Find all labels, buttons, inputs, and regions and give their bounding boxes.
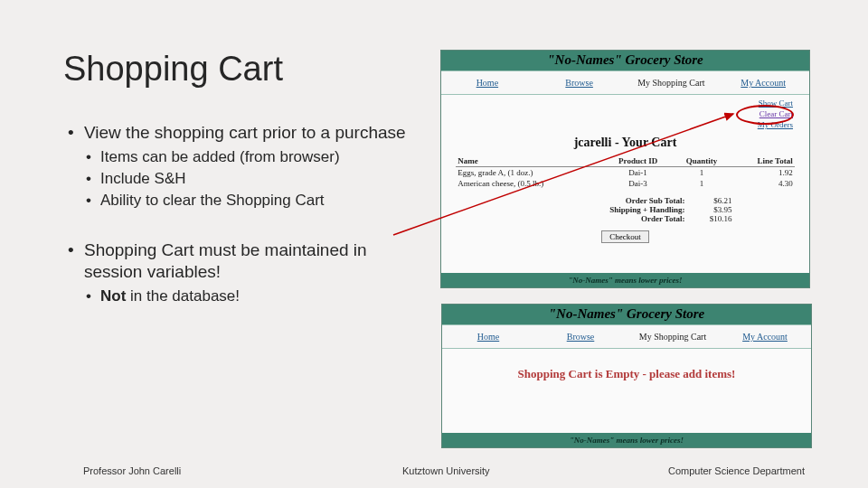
link-my-orders[interactable]: My Orders (458, 119, 793, 130)
col-pid: Product ID (603, 155, 673, 167)
link-show-cart[interactable]: Show Cart (458, 98, 793, 108)
table-header-row: Name Product ID Quantity Line Total (456, 155, 794, 167)
shipping-label: Shipping + Handling: (518, 205, 692, 214)
nav-cart[interactable]: My Shopping Cart (627, 325, 719, 348)
cart-table: Name Product ID Quantity Line Total Eggs… (456, 155, 794, 189)
screenshot-cart-full: "No-Names" Grocery Store Home Browse My … (440, 50, 810, 288)
subtotal-label: Order Sub Total: (518, 196, 692, 205)
cart-sublinks: Show Cart Clear Cart My Orders (441, 95, 809, 132)
nav-bar: Home Browse My Shopping Cart My Account (441, 70, 809, 95)
col-qty: Quantity (673, 155, 730, 167)
table-row: American cheese, (0.5 lb.) Dai-3 1 4.30 (456, 178, 794, 189)
nav-home[interactable]: Home (441, 71, 533, 94)
store-footer: "No-Names" means lower prices! (441, 273, 809, 287)
checkout-button[interactable]: Checkout (601, 230, 649, 243)
store-name: "No-Names" Grocery Store (441, 51, 809, 70)
nav-cart[interactable]: My Shopping Cart (626, 71, 718, 94)
empty-cart-message: Shopping Cart is Empty - please add item… (442, 349, 811, 405)
bullet-l2: Include S&H (68, 169, 425, 189)
nav-account[interactable]: My Account (719, 325, 811, 348)
cell-name: American cheese, (0.5 lb.) (456, 178, 603, 189)
link-clear-cart[interactable]: Clear Cart (458, 108, 793, 119)
cell-total: 1.92 (731, 167, 795, 179)
subtotal-value: $6.21 (693, 196, 732, 205)
cell-qty: 1 (673, 178, 730, 189)
bullet-l1: View the shopping cart prior to a purcha… (68, 122, 425, 144)
col-name: Name (456, 155, 603, 167)
bullet-l2: Not in the database! (68, 286, 425, 306)
nav-browse[interactable]: Browse (534, 325, 627, 348)
order-totals: Order Sub Total:$6.21 Shipping + Handlin… (518, 196, 731, 223)
table-row: Eggs, grade A, (1 doz.) Dai-1 1 1.92 (456, 167, 794, 179)
text: in the database! (126, 287, 240, 305)
ordertotal-value: $10.16 (693, 214, 732, 223)
screenshot-cart-empty: "No-Names" Grocery Store Home Browse My … (441, 304, 812, 448)
store-footer: "No-Names" means lower prices! (442, 433, 811, 447)
footer-right: Computer Science Department (668, 465, 805, 476)
cell-name: Eggs, grade A, (1 doz.) (456, 167, 603, 179)
nav-account[interactable]: My Account (717, 71, 809, 94)
cell-pid: Dai-3 (603, 178, 673, 189)
shipping-value: $3.95 (693, 205, 732, 214)
nav-home[interactable]: Home (442, 325, 534, 348)
footer-center: Kutztown University (402, 465, 490, 476)
cell-total: 4.30 (731, 178, 795, 189)
cell-qty: 1 (673, 167, 730, 179)
store-name: "No-Names" Grocery Store (442, 305, 811, 324)
ordertotal-label: Order Total: (518, 214, 692, 223)
bullet-list: View the shopping cart prior to a purcha… (68, 122, 425, 308)
col-total: Line Total (731, 155, 795, 167)
nav-bar: Home Browse My Shopping Cart My Account (442, 324, 811, 349)
slide-title: Shopping Cart (63, 50, 283, 89)
nav-browse[interactable]: Browse (533, 71, 626, 94)
footer-left: Professor John Carelli (83, 465, 181, 476)
bullet-l1: Shopping Cart must be maintained in sess… (68, 239, 425, 283)
cart-title: jcarelli - Your Cart (441, 132, 809, 155)
bullet-l2: Ability to clear the Shopping Cart (68, 191, 425, 211)
bullet-l2: Items can be added (from browser) (68, 147, 425, 167)
bold-text: Not (100, 287, 126, 305)
slide: Shopping Cart View the shopping cart pri… (0, 0, 868, 488)
cell-pid: Dai-1 (603, 167, 673, 179)
